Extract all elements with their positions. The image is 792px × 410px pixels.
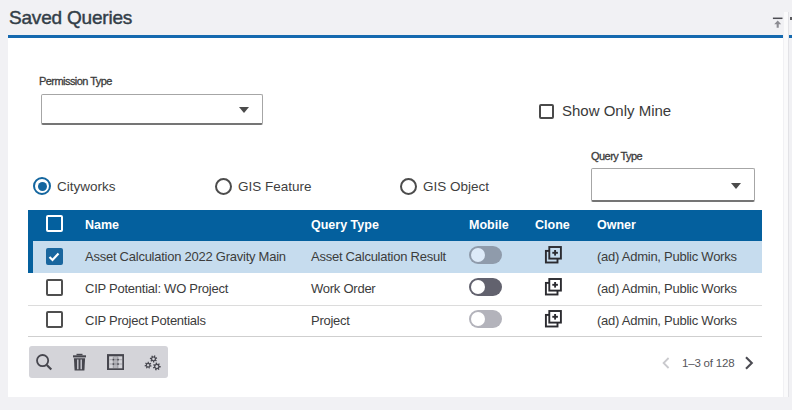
- pagination: 1–3 of 128: [662, 348, 754, 378]
- row-checkbox[interactable]: [46, 311, 63, 328]
- saved-queries-table: Name Query Type Mobile Clone Owner Asset…: [28, 210, 762, 337]
- radio-gis-feature-label: GIS Feature: [238, 179, 312, 194]
- trash-icon: [71, 353, 88, 371]
- permission-type-label: Permission Type: [39, 75, 112, 87]
- dropdown-caret-icon: [731, 183, 741, 189]
- column-header-mobile[interactable]: Mobile: [469, 218, 535, 232]
- table-header-row: Name Query Type Mobile Clone Owner: [28, 210, 762, 241]
- query-type-select[interactable]: [591, 168, 755, 202]
- table-view-button[interactable]: [102, 349, 129, 376]
- table-icon: [107, 354, 124, 370]
- dropdown-caret-icon: [239, 107, 249, 113]
- cell-name: Asset Calculation 2022 Gravity Main: [85, 249, 311, 264]
- cell-owner: (ad) Admin, Public Works: [597, 313, 762, 328]
- column-header-name[interactable]: Name: [85, 218, 311, 232]
- cell-query-type: Work Order: [311, 281, 469, 296]
- cell-query-type: Asset Calculation Result: [311, 249, 469, 264]
- cell-owner: (ad) Admin, Public Works: [597, 281, 762, 296]
- table-row[interactable]: CIP Potential: WO Project Work Order (ad…: [28, 273, 762, 305]
- cell-name: CIP Project Potentials: [85, 313, 311, 328]
- select-all-checkbox[interactable]: [46, 215, 63, 232]
- pagination-range: 1–3 of 128: [682, 357, 734, 369]
- column-header-owner[interactable]: Owner: [597, 218, 762, 232]
- column-header-clone[interactable]: Clone: [535, 218, 597, 232]
- mobile-toggle-off[interactable]: [469, 278, 502, 296]
- permission-type-select[interactable]: [41, 94, 263, 125]
- clone-button[interactable]: [544, 246, 562, 264]
- row-checkbox-checked[interactable]: [46, 248, 63, 265]
- previous-page-icon[interactable]: [662, 357, 670, 369]
- cell-owner: (ad) Admin, Public Works: [597, 249, 762, 264]
- page-title: Saved Queries: [9, 7, 132, 29]
- column-header-query-type[interactable]: Query Type: [311, 218, 469, 232]
- radio-cityworks[interactable]: Cityworks: [33, 177, 116, 195]
- radio-gis-feature[interactable]: GIS Feature: [215, 178, 312, 195]
- search-icon: [33, 352, 53, 372]
- checkbox-icon: [539, 104, 554, 119]
- row-checkbox[interactable]: [46, 279, 63, 296]
- mobile-toggle-off[interactable]: [469, 246, 502, 264]
- cell-query-type: Project: [311, 313, 469, 328]
- show-only-mine-label: Show Only Mine: [562, 102, 671, 119]
- radio-selected-icon: [33, 177, 51, 195]
- batch-settings-button[interactable]: [139, 349, 166, 376]
- clone-button[interactable]: [544, 310, 562, 328]
- table-row[interactable]: Asset Calculation 2022 Gravity Main Asse…: [28, 241, 762, 273]
- radio-gis-object[interactable]: GIS Object: [400, 178, 489, 195]
- radio-gis-object-label: GIS Object: [423, 179, 489, 194]
- scrollbar-track[interactable]: [784, 12, 789, 397]
- gears-icon: [143, 352, 162, 372]
- next-page-icon[interactable]: [744, 356, 754, 370]
- query-type-label: Query Type: [591, 150, 642, 162]
- cell-name: CIP Potential: WO Project: [85, 281, 311, 296]
- radio-cityworks-label: Cityworks: [57, 179, 116, 194]
- radio-unselected-icon: [400, 178, 417, 195]
- search-button[interactable]: [29, 349, 56, 376]
- mobile-toggle-off[interactable]: [469, 310, 502, 328]
- show-only-mine-checkbox[interactable]: Show Only Mine: [539, 102, 671, 119]
- table-toolbar: [29, 346, 168, 378]
- checkmark-icon: [48, 252, 60, 262]
- delete-button[interactable]: [66, 349, 93, 376]
- table-row[interactable]: CIP Project Potentials Project (ad) Admi…: [28, 305, 762, 337]
- radio-unselected-icon: [215, 178, 232, 195]
- clone-button[interactable]: [544, 278, 562, 296]
